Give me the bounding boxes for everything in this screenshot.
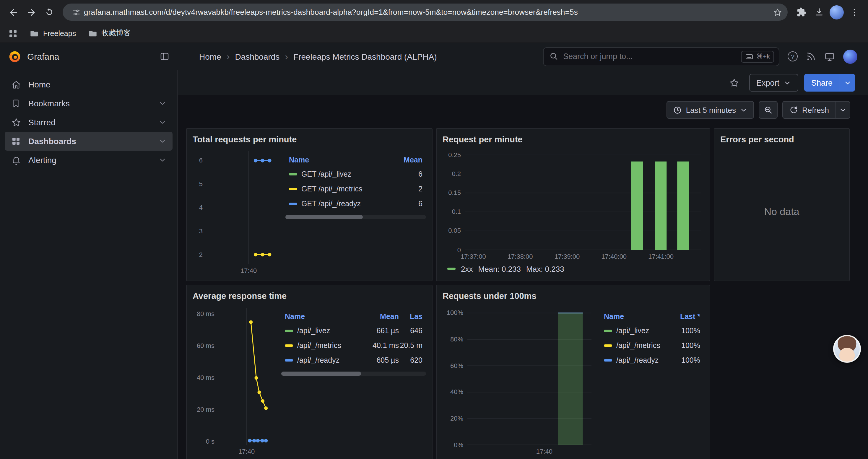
monitor-icon[interactable] [824,51,835,62]
time-range-button[interactable]: Last 5 minutes [666,101,754,119]
request-per-minute-chart: 00.050.10.150.20.2517:37:0017:38:0017:39… [442,148,704,262]
sidebar-item-dashboards[interactable]: Dashboards [5,132,173,151]
news-rss-icon[interactable] [806,52,816,61]
chevron-down-icon [158,137,167,145]
panel-title[interactable]: Request per minute [442,133,704,148]
sidebar: Home Bookmarks Starred [0,70,178,459]
legend-row[interactable]: GET /api/_/readyz 6 [285,196,426,211]
breadcrumb-dashboards[interactable]: Dashboards [235,52,279,61]
sidebar-item-label: Bookmarks [28,99,70,108]
sidebar-item-label: Home [28,80,51,89]
legend-col-mean[interactable]: Mean [363,313,399,321]
floating-assistant-avatar[interactable] [833,335,861,363]
legend-line[interactable]: 2xx Mean: 0.233 Max: 0.233 [442,262,704,276]
panel-grid: Total requests per minute 6543217:40 Nam… [186,128,850,459]
legend-row[interactable]: /api/_/readyz 605 µs 620 [281,353,426,367]
forward-button[interactable] [23,3,40,21]
legend-row[interactable]: /api/_/metrics 40.1 ms 20.5 m [281,338,426,353]
bookmark-star-icon[interactable] [770,4,785,20]
folder-icon [30,29,39,38]
legend-row[interactable]: /api/_/readyz 100% [600,353,704,367]
panel-request-per-minute: Request per minute 00.050.10.150.20.2517… [436,128,710,281]
legend-row[interactable]: GET /api/_livez 6 [285,167,426,182]
scrollbar-thumb[interactable] [281,371,361,376]
legend-table: Name Last * /api/_livez 100% /api/_/metr… [600,310,704,457]
refresh-interval-caret[interactable] [836,102,850,118]
app-body: Home Bookmarks Starred [0,70,868,459]
url-text[interactable]: grafana.mathmast.com/d/deytv4rwavabkb/fr… [84,8,770,17]
series-color-chip [447,268,456,270]
series-name[interactable]: 2xx [461,264,473,273]
omnibox[interactable]: grafana.mathmast.com/d/deytv4rwavabkb/fr… [63,4,788,21]
sidebar-item-bookmarks[interactable]: Bookmarks [5,94,173,113]
user-avatar[interactable] [843,49,857,64]
series-max: Max: 0.233 [526,264,564,273]
help-icon[interactable]: ? [788,52,798,61]
panel-title[interactable]: Average response time [193,290,426,304]
refresh-button[interactable]: Refresh [783,102,836,118]
share-split-button: Share [804,74,855,92]
browser-menu-button[interactable] [845,3,863,21]
legend-col-mean[interactable]: Mean [393,156,423,164]
profile-button[interactable] [828,3,845,21]
bookmark-label: Freeleaps [43,29,76,37]
breadcrumb-home[interactable]: Home [199,52,221,61]
average-response-time-chart: 80 ms60 ms40 ms20 ms0 s17:40 [193,304,275,457]
legend-row[interactable]: GET /api/_/metrics 2 [285,182,426,196]
sidebar-item-starred[interactable]: Starred [5,113,173,132]
sidebar-item-home[interactable]: Home [5,75,173,94]
bookmark-folder-blogs[interactable]: 收藏博客 [88,28,131,38]
breadcrumb: Home › Dashboards › Freeleaps Metrics Da… [199,52,437,61]
legend-col-name[interactable]: Name [289,156,393,164]
grafana-logo[interactable] [8,50,21,63]
reload-button[interactable] [40,3,58,21]
dashboard-actions: Export Share [178,70,868,95]
scrollbar-thumb[interactable] [285,215,363,219]
sidebar-item-label: Starred [28,118,56,127]
site-info-icon[interactable] [68,4,84,20]
legend-row[interactable]: /api/_livez 661 µs 646 [281,323,426,338]
panel-title[interactable]: Total requests per minute [193,133,426,148]
chevron-down-icon [158,99,167,107]
export-button[interactable]: Export [749,74,798,92]
legend-row[interactable]: /api/_livez 100% [600,323,704,338]
chevron-down-icon [158,156,167,164]
zoom-out-button[interactable] [759,101,778,119]
panel-errors-per-second: Errors per second No data [714,128,850,281]
browser-window: grafana.mathmast.com/d/deytv4rwavabkb/fr… [0,0,868,459]
series-color-chip [285,329,293,332]
browser-toolbar: grafana.mathmast.com/d/deytv4rwavabkb/fr… [0,0,868,24]
share-button[interactable]: Share [804,74,840,92]
series-mean: Mean: 0.233 [478,264,521,273]
legend-col-last[interactable]: Last * [671,313,700,321]
extensions-icon[interactable] [793,3,810,21]
no-data-message: No data [720,148,843,276]
legend-scrollbar[interactable] [281,371,426,376]
legend-row[interactable]: /api/_/metrics 100% [600,338,704,353]
star-icon [11,117,21,127]
sidebar-item-alerting[interactable]: Alerting [5,151,173,169]
back-button[interactable] [5,3,23,21]
legend-col-name[interactable]: Name [604,313,671,321]
bookmark-label: 收藏博客 [101,28,131,38]
panel-title[interactable]: Requests under 100ms [442,290,704,304]
sidebar-toggle-icon[interactable] [159,52,169,61]
apps-grid-icon[interactable] [8,29,18,38]
search-box[interactable]: ⌘+k [543,47,779,66]
series-color-chip [289,173,297,175]
dashboard-canvas: Last 5 minutes Refresh [178,95,868,459]
bookmark-folder-freeleaps[interactable]: Freeleaps [30,29,76,38]
share-caret-button[interactable] [840,74,855,92]
chevron-down-icon [158,118,167,126]
series-color-chip [604,359,612,361]
breadcrumb-separator: › [285,52,288,61]
search-input[interactable] [563,52,736,61]
grafana-topnav: Grafana Home › Dashboards › Freeleaps Me… [0,43,868,70]
legend-col-name[interactable]: Name [285,313,363,321]
favorite-star-button[interactable] [725,74,743,92]
downloads-button[interactable] [810,3,828,21]
series-color-chip [285,359,293,361]
legend-scrollbar[interactable] [285,215,426,219]
panel-title[interactable]: Errors per second [720,133,843,148]
legend-col-last[interactable]: Las [399,313,423,321]
